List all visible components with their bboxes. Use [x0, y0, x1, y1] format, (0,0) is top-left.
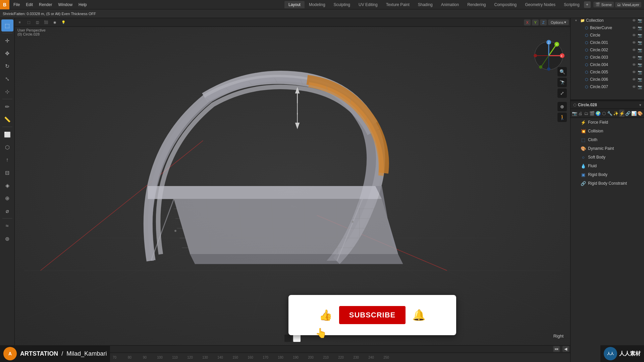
menu-edit[interactable]: Edit: [23, 2, 36, 8]
outliner-item-circle003[interactable]: ⬡ Circle.003 👁 📷: [571, 54, 644, 61]
prop-tab-output[interactable]: 🖨: [578, 110, 583, 117]
menu-render[interactable]: Render: [36, 2, 55, 8]
toolbar-extrude[interactable]: ↑: [1, 154, 13, 166]
circle001-render-icon[interactable]: 📷: [637, 41, 643, 45]
circle-eye-icon[interactable]: 👁: [631, 33, 637, 37]
circle007-eye-icon[interactable]: 👁: [631, 85, 637, 89]
toolbar-shrink-fatten[interactable]: ⊛: [1, 233, 13, 245]
prop-tab-physics[interactable]: ⚡: [619, 110, 625, 117]
workspace-tab-modeling[interactable]: Modeling: [305, 1, 329, 8]
viewport-shading-wire[interactable]: ◫: [34, 19, 41, 26]
youtube-like-button[interactable]: 👍: [319, 309, 332, 321]
viewlayer-selector[interactable]: 🗂 ViewLayer: [615, 2, 641, 7]
prop-tab-world[interactable]: 🌍: [595, 110, 601, 117]
circle006-eye-icon[interactable]: 👁: [631, 77, 637, 81]
axis-z-btn[interactable]: Z: [540, 19, 547, 25]
circle006-render-icon[interactable]: 📷: [637, 77, 643, 82]
toolbar-inset[interactable]: ⊟: [1, 167, 13, 179]
workspace-tab-texturepaint[interactable]: Texture Paint: [382, 1, 414, 8]
workspace-tab-layout[interactable]: Layout: [284, 1, 305, 8]
goto-start-btn[interactable]: ⏮: [553, 346, 560, 352]
outliner-item-circle005[interactable]: ⬡ Circle.005 👁 📷: [571, 68, 644, 76]
prop-tab-render[interactable]: 📷: [572, 110, 577, 117]
toolbar-rotate[interactable]: ↻: [1, 60, 13, 72]
collection-render-icon[interactable]: 📷: [637, 18, 643, 23]
workspace-tab-animation[interactable]: Animation: [437, 1, 463, 8]
circle001-eye-icon[interactable]: 👁: [631, 41, 637, 45]
outliner-item-circle006[interactable]: ⬡ Circle.006 👁 📷: [571, 76, 644, 83]
zoom-out-btn[interactable]: 🔭: [557, 78, 567, 87]
outliner-item-circle001[interactable]: ⬡ Circle.001 👁 📷: [571, 39, 644, 46]
physics-cloth[interactable]: ⬚ Cloth: [571, 135, 644, 144]
menu-window[interactable]: Window: [55, 2, 75, 8]
viewport-shading-render[interactable]: 💡: [60, 19, 67, 26]
circle-render-icon[interactable]: 📷: [637, 33, 643, 38]
outliner-item-circle[interactable]: ⬡ Circle 👁 📷: [571, 32, 644, 39]
physics-rigid-body[interactable]: ▣ Rigid Body: [571, 170, 644, 179]
axis-y-btn[interactable]: Y: [532, 19, 539, 25]
workspace-tab-uvediting[interactable]: UV Editing: [355, 1, 382, 8]
walk-nav-btn[interactable]: 🚶: [557, 113, 567, 122]
zoom-in-btn[interactable]: 🔍: [557, 67, 567, 76]
scene-selector[interactable]: 🎬 Scene: [593, 2, 614, 7]
viewport-shading-solid[interactable]: ⬛: [42, 19, 50, 26]
workspace-tab-scripting[interactable]: Scripting: [560, 1, 584, 8]
physics-force-field[interactable]: ⚡ Force Field: [571, 118, 644, 127]
view-all-btn[interactable]: ⤢: [557, 88, 567, 98]
white-swatch[interactable]: [293, 335, 301, 342]
circle005-render-icon[interactable]: 📷: [637, 70, 643, 74]
toolbar-measure[interactable]: 📏: [1, 113, 13, 125]
beziercurve-eye-icon[interactable]: 👁: [631, 26, 637, 30]
toolbar-smooth[interactable]: ≈: [1, 220, 13, 232]
toolbar-cursor[interactable]: ✛: [1, 35, 13, 47]
workspace-tab-rendering[interactable]: Rendering: [463, 1, 490, 8]
outliner-item-circle002[interactable]: ⬡ Circle.002 👁 📷: [571, 46, 644, 54]
toolbar-transform[interactable]: ⊹: [1, 85, 13, 98]
toolbar-bevel[interactable]: ◈: [1, 179, 13, 191]
toolbar-knife[interactable]: ⌀: [1, 205, 13, 217]
view-local-btn[interactable]: ⊕: [557, 102, 567, 111]
viewport-mode-btn[interactable]: ⬚: [25, 19, 32, 26]
prop-tab-object[interactable]: ⬡: [601, 110, 606, 117]
circle003-render-icon[interactable]: 📷: [637, 55, 643, 60]
collection-eye-icon[interactable]: 👁: [631, 18, 637, 22]
toolbar-add-cube[interactable]: ⬜: [1, 128, 13, 140]
menu-help[interactable]: Help: [76, 2, 90, 8]
circle002-render-icon[interactable]: 📷: [637, 48, 643, 52]
toolbar-move[interactable]: ✥: [1, 47, 13, 59]
properties-expand-icon[interactable]: ▾: [639, 103, 641, 107]
toolbar-scale[interactable]: ⤡: [1, 73, 13, 85]
add-workspace-button[interactable]: +: [584, 1, 591, 8]
workspace-tab-geometrynodes[interactable]: Geometry Nodes: [521, 1, 559, 8]
beziercurve-render-icon[interactable]: 📷: [637, 26, 643, 30]
circle005-eye-icon[interactable]: 👁: [631, 70, 637, 74]
youtube-bell-button[interactable]: 🔔: [412, 309, 426, 321]
circle007-render-icon[interactable]: 📷: [637, 85, 643, 89]
prop-tab-scene[interactable]: 🎬: [589, 110, 595, 117]
axis-x-btn[interactable]: X: [524, 19, 531, 25]
workspace-tab-shading[interactable]: Shading: [414, 1, 437, 8]
youtube-subscribe-button[interactable]: SUBSCRIBE: [339, 306, 406, 324]
circle004-render-icon[interactable]: 📷: [637, 63, 643, 67]
outliner-item-beziercurve[interactable]: ⬡ BezierCurve 👁 📷: [571, 24, 644, 32]
step-back-btn[interactable]: ◀: [562, 346, 569, 352]
physics-collision[interactable]: 💥 Collision: [571, 127, 644, 135]
workspace-tab-sculpting[interactable]: Sculpting: [330, 1, 354, 8]
circle004-eye-icon[interactable]: 👁: [631, 63, 637, 67]
prop-tab-view-layer[interactable]: 🗂: [584, 110, 589, 117]
physics-soft-body[interactable]: ○ Soft Body: [571, 153, 644, 162]
physics-rigid-body-constraint[interactable]: 🔗 Rigid Body Constraint: [571, 179, 644, 188]
prop-tab-modifier[interactable]: 🔧: [607, 110, 612, 117]
toolbar-add-mesh[interactable]: ⬡: [1, 141, 13, 153]
circle002-eye-icon[interactable]: 👁: [631, 48, 637, 52]
viewport-options-btn[interactable]: Options ▾: [548, 19, 569, 25]
toolbar-annotate[interactable]: ✏: [1, 101, 13, 113]
prop-tab-material[interactable]: 🎨: [637, 110, 643, 117]
outliner-item-circle004[interactable]: ⬡ Circle.004 👁 📷: [571, 61, 644, 68]
viewport-shading-material[interactable]: ◉: [51, 19, 58, 26]
prop-tab-particles[interactable]: ✨: [613, 110, 619, 117]
menu-file[interactable]: File: [11, 2, 22, 8]
dark-swatch[interactable]: [284, 335, 292, 342]
circle003-eye-icon[interactable]: 👁: [631, 55, 637, 59]
outliner-item-circle007[interactable]: ⬡ Circle.007 👁 📷: [571, 83, 644, 90]
